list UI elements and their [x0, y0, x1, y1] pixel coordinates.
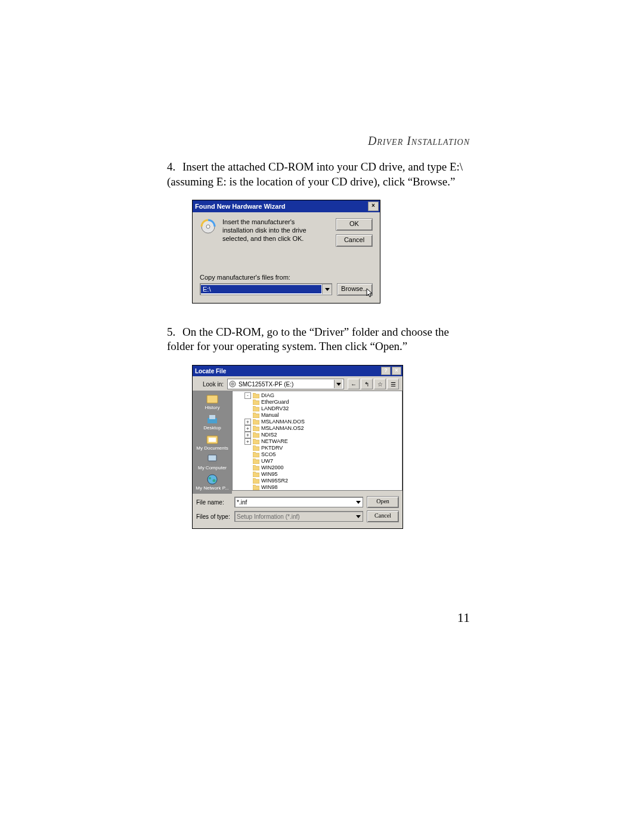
expand-icon[interactable]: -	[244, 392, 251, 399]
folder-icon	[253, 452, 259, 457]
filetype-value: Setup Information (*.inf)	[237, 513, 300, 521]
expand-icon[interactable]: +	[244, 425, 251, 432]
places-item[interactable]: My Computer	[195, 453, 230, 471]
svg-point-1	[206, 225, 210, 228]
tree-node[interactable]: +MSLANMAN.DOS	[235, 419, 400, 425]
tree-node[interactable]: SCO5	[235, 451, 400, 458]
tree-node[interactable]: +NETWARE	[235, 438, 400, 445]
filetype-combobox[interactable]: Setup Information (*.inf)	[234, 511, 363, 522]
tree-node[interactable]: UW7	[235, 458, 400, 465]
found-new-hardware-dialog: Found New Hardware Wizard × Insert the m…	[192, 200, 380, 303]
place-icon	[205, 413, 219, 425]
tree-node[interactable]: +MSLANMAN.OS2	[235, 425, 400, 432]
places-item[interactable]: My Network P...	[195, 473, 230, 491]
tree-node-label: PKTDRV	[261, 445, 283, 451]
folder-icon	[253, 400, 259, 405]
place-icon	[205, 393, 219, 405]
folder-icon	[253, 445, 259, 451]
lookin-value: SMC1255TX-PF (E:)	[239, 380, 293, 388]
filetype-label: Files of type:	[196, 513, 231, 521]
expand-icon[interactable]: +	[244, 432, 251, 438]
expand-icon[interactable]: +	[244, 438, 251, 445]
tree-node-label: NDIS2	[261, 432, 277, 438]
tree-node[interactable]: WIN95SR2	[235, 478, 400, 484]
views-button[interactable]: ☰	[387, 379, 399, 389]
filename-label: File name:	[196, 498, 231, 506]
svg-point-11	[208, 475, 217, 484]
folder-icon	[253, 432, 259, 438]
tree-node[interactable]: -DIAG	[235, 392, 400, 399]
tree-node[interactable]: WIN98	[235, 484, 400, 491]
browse-button[interactable]: Browse...	[337, 283, 373, 296]
lookin-combobox[interactable]: SMC1255TX-PF (E:)	[227, 379, 344, 389]
folder-icon	[253, 478, 259, 484]
tree-node-label: MSLANMAN.DOS	[261, 419, 305, 425]
chevron-down-icon[interactable]	[322, 284, 332, 294]
step-number: 4.	[167, 160, 182, 175]
tree-node[interactable]: PKTDRV	[235, 445, 400, 451]
tree-node-label: WIN2000	[261, 465, 284, 471]
cursor-icon	[366, 288, 374, 299]
chevron-down-icon[interactable]	[356, 501, 361, 504]
tree-node-label: UW7	[261, 458, 273, 465]
folder-icon	[253, 485, 259, 490]
places-item[interactable]: History	[195, 393, 230, 411]
path-value: E:\	[201, 285, 321, 293]
cancel-button[interactable]: Cancel	[336, 234, 373, 247]
places-item[interactable]: My Documents	[195, 433, 230, 451]
place-label: My Network P...	[195, 486, 230, 491]
tree-node-label: WIN95	[261, 471, 278, 478]
folder-icon	[253, 419, 259, 425]
copy-from-label: Copy manufacturer's files from:	[200, 273, 373, 281]
new-folder-button[interactable]: ☆	[374, 379, 386, 389]
cancel-button[interactable]: Cancel	[367, 510, 399, 522]
tree-node-label: WIN98	[261, 484, 278, 491]
help-button[interactable]: ?	[381, 367, 391, 375]
tree-node[interactable]: EtherGuard	[235, 399, 400, 405]
open-button[interactable]: Open	[367, 496, 399, 508]
folder-icon	[253, 426, 259, 431]
svg-point-3	[232, 383, 234, 385]
close-button[interactable]: ×	[368, 202, 379, 211]
dialog-titlebar[interactable]: Locate File ? ×	[193, 366, 402, 376]
expand-icon[interactable]: +	[244, 419, 251, 425]
dialog-titlebar[interactable]: Found New Hardware Wizard ×	[193, 200, 380, 212]
tree-node[interactable]: WIN2000	[235, 465, 400, 471]
folder-icon	[253, 393, 259, 398]
tree-node-label: SCO5	[261, 451, 276, 458]
close-button[interactable]: ×	[392, 367, 401, 375]
tree-node-label: LANDRV32	[261, 405, 289, 412]
filename-value: *.inf	[237, 498, 247, 506]
back-button[interactable]: ←	[348, 379, 360, 389]
dialog-message: Insert the manufacturer's installation d…	[222, 218, 325, 243]
locate-file-dialog: Locate File ? × Look in: SMC1255TX-PF (E…	[192, 365, 403, 529]
places-item[interactable]: Desktop	[195, 413, 230, 431]
chevron-down-icon[interactable]	[356, 515, 361, 518]
chevron-down-icon[interactable]	[334, 380, 342, 388]
svg-rect-10	[207, 462, 218, 464]
tree-node-label: MSLANMAN.OS2	[261, 425, 304, 432]
tree-node-label: Manual	[261, 412, 279, 419]
svg-point-12	[209, 477, 211, 479]
file-list[interactable]: -DIAGEtherGuardLANDRV32Manual+MSLANMAN.D…	[232, 391, 402, 491]
svg-rect-4	[207, 395, 218, 403]
ok-button[interactable]: OK	[336, 218, 373, 231]
folder-icon	[253, 459, 259, 464]
folder-icon	[253, 413, 259, 418]
filename-input[interactable]: *.inf	[234, 497, 363, 507]
tree-node[interactable]: WIN95	[235, 471, 400, 478]
page-number: 11	[457, 610, 470, 625]
tree-node-label: NETWARE	[261, 438, 288, 445]
up-one-level-button[interactable]: ↰	[361, 379, 373, 389]
tree-node-label: EtherGuard	[261, 399, 289, 405]
path-combobox[interactable]: E:\	[200, 283, 332, 295]
step-text: On the CD-ROM, go to the “Driver” folder…	[167, 326, 449, 353]
tree-node-label: DIAG	[261, 392, 274, 399]
tree-node[interactable]: LANDRV32	[235, 405, 400, 412]
step-4: 4.Insert the attached CD-ROM into your C…	[167, 160, 470, 304]
places-bar: HistoryDesktopMy DocumentsMy ComputerMy …	[193, 391, 232, 494]
dialog-title: Locate File	[195, 367, 226, 375]
place-icon	[205, 433, 219, 445]
tree-node[interactable]: +NDIS2	[235, 432, 400, 438]
tree-node[interactable]: Manual	[235, 412, 400, 419]
